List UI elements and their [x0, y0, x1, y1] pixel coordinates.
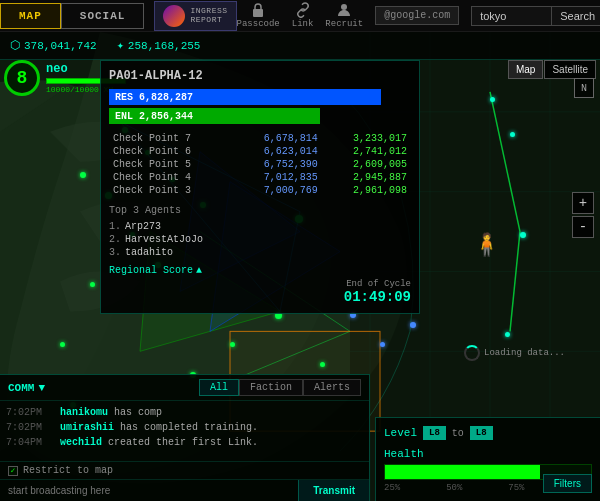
- report-label: REPORT: [190, 16, 227, 25]
- ingress-report-avatar: [163, 5, 185, 27]
- nav-right-section: Passcode Link Recruit @google.com Search: [237, 2, 600, 29]
- top-agents-section: Top 3 Agents 1.Arp2732.HarvestAtJoJo3.ta…: [109, 205, 411, 259]
- comm-message: 7:02PMumirashiihas completed training.: [6, 420, 363, 435]
- comm-panel: COMM ▼ All Faction Alerts 7:02PMhanikomu…: [0, 374, 370, 501]
- filters-panel: Level L8 to L8 Health 25%50%75%100% Filt…: [375, 417, 600, 501]
- comm-message: 7:04PMwechildcreated their first Link.: [6, 435, 363, 450]
- health-marker: 75%: [508, 483, 524, 493]
- loading-indicator: Loading data...: [464, 345, 565, 361]
- xm-display: ⬡ 378,041,742: [10, 38, 97, 53]
- checkpoint-row: Check Point 47,012,8352,945,887: [109, 171, 411, 184]
- search-button[interactable]: Search: [551, 6, 600, 26]
- portal-panel: PA01-ALPHA-12 RES 6,828,287 ENL 2,856,34…: [100, 60, 420, 314]
- comm-restrict-row: ✓ Restrict to map: [0, 461, 369, 479]
- enl-bar: ENL 2,856,344: [109, 108, 320, 124]
- restrict-checkbox[interactable]: ✓: [8, 466, 18, 476]
- comm-message: 7:02PMhanikomuhas comp: [6, 405, 363, 420]
- xm-icon: ⬡: [10, 38, 20, 53]
- comm-messages: 7:02PMhanikomuhas comp7:02PMumirashiihas…: [0, 401, 369, 461]
- comm-tabs: All Faction Alerts: [199, 379, 361, 396]
- checkpoint-row: Check Point 56,752,3902,609,005: [109, 158, 411, 171]
- level-to-badge[interactable]: L8: [470, 426, 493, 440]
- agent-item: 1.Arp273: [109, 220, 411, 233]
- health-marker: 25%: [384, 483, 400, 493]
- res-bar: RES 6,828,287: [109, 89, 381, 105]
- tab-map[interactable]: MAP: [0, 3, 61, 29]
- google-account-btn[interactable]: @google.com: [375, 6, 459, 25]
- health-bar: [385, 465, 540, 479]
- link-btn[interactable]: Link: [292, 2, 314, 29]
- loading-spinner: [464, 345, 480, 361]
- level-to-label: to: [452, 428, 464, 439]
- top-agents-title: Top 3 Agents: [109, 205, 411, 216]
- person-marker: 🧍: [473, 232, 500, 259]
- health-label: Health: [384, 448, 592, 460]
- zoom-out-btn[interactable]: -: [572, 216, 594, 238]
- top-navigation: MAP SOCIAL INGRESS REPORT Passcode Link …: [0, 0, 600, 32]
- comm-tab-alerts[interactable]: Alerts: [303, 379, 361, 396]
- filters-button[interactable]: Filters: [543, 474, 592, 493]
- map-view-btn[interactable]: Map: [508, 60, 543, 79]
- end-of-cycle-label: End of Cycle: [344, 279, 411, 289]
- recruit-btn[interactable]: Recruit: [325, 2, 363, 29]
- comm-header: COMM ▼ All Faction Alerts: [0, 375, 369, 401]
- svg-rect-0: [253, 9, 263, 17]
- comm-title: COMM ▼: [8, 382, 45, 394]
- svg-point-1: [341, 4, 347, 10]
- coordinate-bar: ⬡ 378,041,742 ✦ 258,168,255: [0, 32, 600, 60]
- cycle-timer: 01:49:09: [344, 289, 411, 305]
- transmit-button[interactable]: Transmit: [298, 480, 369, 501]
- checkpoint-table: Check Point 76,678,8143,233,017Check Poi…: [109, 132, 411, 197]
- zoom-controls: + -: [572, 192, 594, 238]
- agent-item: 3.tadahito: [109, 246, 411, 259]
- level-filter: Level L8 to L8: [384, 426, 592, 440]
- search-input[interactable]: [471, 6, 551, 26]
- checkpoint-row: Check Point 66,623,0142,741,012: [109, 145, 411, 158]
- checkpoint-row: Check Point 76,678,8143,233,017: [109, 132, 411, 145]
- health-marker: 50%: [446, 483, 462, 493]
- level-filter-label: Level: [384, 427, 417, 439]
- satellite-view-btn[interactable]: Satellite: [544, 60, 596, 79]
- regional-score-btn[interactable]: Regional Score ▲: [109, 265, 411, 276]
- level-from-badge[interactable]: L8: [423, 426, 446, 440]
- comm-input[interactable]: [0, 480, 298, 501]
- comm-tab-all[interactable]: All: [199, 379, 239, 396]
- search-bar: Search: [471, 6, 600, 26]
- player-level: 8: [4, 60, 40, 96]
- zoom-in-btn[interactable]: +: [572, 192, 594, 214]
- comm-input-row: Transmit: [0, 479, 369, 501]
- map-satellite-toggle: Map Satellite: [508, 60, 596, 79]
- ap-display: ✦ 258,168,255: [117, 38, 201, 53]
- compass[interactable]: N: [574, 78, 594, 98]
- portal-title: PA01-ALPHA-12: [109, 69, 411, 83]
- tab-social[interactable]: SOCIAL: [61, 3, 145, 29]
- comm-tab-faction[interactable]: Faction: [239, 379, 303, 396]
- agent-item: 2.HarvestAtJoJo: [109, 233, 411, 246]
- checkpoint-row: Check Point 37,000,7692,961,098: [109, 184, 411, 197]
- ingress-report-btn[interactable]: INGRESS REPORT: [154, 1, 236, 31]
- ap-icon: ✦: [117, 38, 124, 53]
- passcode-btn[interactable]: Passcode: [237, 2, 280, 29]
